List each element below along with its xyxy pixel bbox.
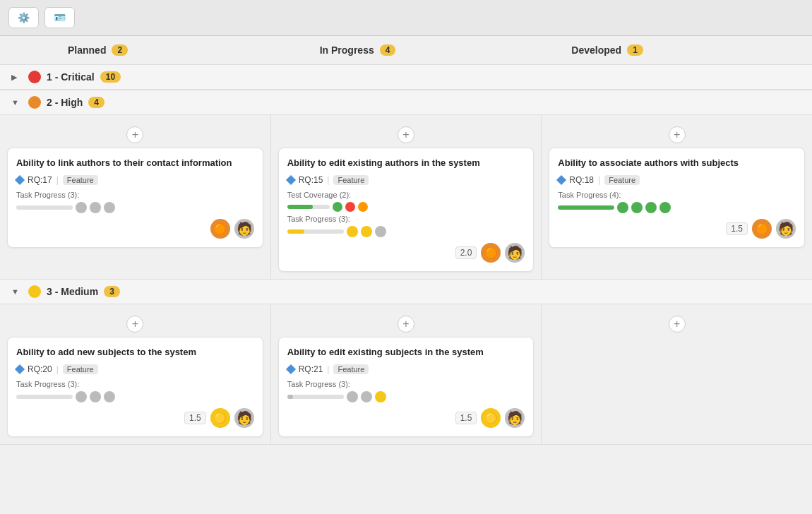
rq21-avatar-person: 🧑 [505, 408, 525, 428]
medium-developed-col: + [542, 304, 812, 444]
critical-toggle-icon: ▶ [11, 73, 23, 82]
diamond-icon-rq18 [556, 175, 566, 185]
rq21-dot3 [375, 391, 386, 402]
gear-icon: ⚙️ [18, 12, 30, 23]
card-rq21: Ability to edit existing subjects in the… [278, 337, 535, 437]
rq17-id: RQ:17 [28, 175, 52, 185]
card-rq17-title: Ability to link authors to their contact… [16, 157, 254, 169]
add-card-medium-planned[interactable]: + [7, 311, 263, 337]
rq21-dot2 [361, 391, 372, 402]
card-rq21-title: Ability to edit existing subjects in the… [287, 346, 525, 359]
high-columns: + Ability to link authors to their conta… [0, 115, 812, 279]
col-header-in-progress: In Progress 4 [309, 36, 561, 64]
card-rq17-meta: RQ:17 | Feature [16, 175, 254, 185]
rq20-dot3 [104, 391, 115, 402]
card-rq15-title: Ability to edit existing authors in the … [287, 157, 525, 169]
rq15-progress-row [287, 226, 525, 237]
rq20-dot1 [76, 391, 87, 402]
rq18-type: Feature [604, 175, 640, 185]
settings-button[interactable]: ⚙️ [8, 7, 39, 28]
rq20-score: 1.5 [184, 412, 206, 424]
rq17-dot1 [76, 202, 87, 213]
rq18-progress-row [558, 202, 796, 213]
board: ▶ 1 - Critical 10 ▼ 2 - High 4 + Ability… [0, 65, 812, 445]
rq15-score: 2.0 [455, 246, 477, 259]
rq21-type: Feature [333, 364, 369, 374]
rq18-avatar-orange: 🟠 [752, 219, 772, 239]
rq15-avatar-person: 🧑 [505, 243, 525, 263]
high-count: 4 [88, 97, 105, 108]
rq18-dot1 [617, 202, 628, 213]
rq17-footer: 🟠 🧑 [16, 219, 254, 239]
card-rq20-title: Ability to add new subjects to the syste… [16, 346, 254, 359]
rq15-dot1 [347, 226, 358, 237]
card-rq17: Ability to link authors to their contact… [7, 148, 263, 248]
high-label: 2 - High [47, 97, 83, 108]
rq18-score: 1.5 [726, 222, 748, 235]
rq20-footer: 1.5 🟡 🧑 [16, 408, 254, 428]
card-rq20-meta: RQ:20 | Feature [16, 364, 254, 374]
add-card-high-developed[interactable]: + [549, 122, 805, 148]
diamond-icon-rq17 [15, 175, 25, 185]
rq15-type: Feature [333, 175, 369, 185]
rq21-progress-row [287, 391, 525, 402]
separator-rq17: | [56, 175, 59, 185]
rq18-dot4 [659, 202, 671, 213]
rq17-task-label: Task Progress (3): [16, 191, 254, 199]
medium-dot [28, 285, 41, 298]
critical-dot [28, 71, 41, 83]
medium-count: 3 [104, 286, 120, 297]
priority-group-critical: ▶ 1 - Critical 10 [0, 65, 812, 90]
rq18-footer: 1.5 🟠 🧑 [558, 219, 796, 239]
rq18-dot2 [631, 202, 643, 213]
rq15-cov-dot2 [345, 202, 355, 212]
rq21-score: 1.5 [455, 412, 477, 424]
card-rq20: Ability to add new subjects to the syste… [7, 337, 263, 437]
critical-count: 10 [100, 71, 121, 83]
medium-label: 3 - Medium [47, 286, 98, 297]
card-rq18-title: Ability to associate authors with subjec… [558, 157, 796, 169]
separator-rq15: | [327, 175, 329, 185]
rq17-dot2 [90, 202, 101, 213]
add-card-medium-inprogress[interactable]: + [278, 311, 535, 337]
high-toggle-icon: ▼ [11, 98, 23, 107]
medium-inprogress-col: + Ability to edit existing subjects in t… [271, 304, 542, 444]
col-header-developed: Developed 1 [560, 36, 812, 64]
rq17-avatar-orange: 🟠 [210, 219, 230, 239]
add-card-high-planned[interactable]: + [7, 122, 263, 148]
developed-label: Developed [571, 44, 621, 56]
card-icon: 🪪 [54, 12, 66, 23]
in-progress-label: In Progress [320, 44, 374, 56]
rq15-cov-dot1 [333, 202, 342, 212]
rq20-type: Feature [63, 364, 98, 374]
rq17-dot3 [104, 202, 115, 213]
rq15-footer: 2.0 🟠 🧑 [287, 243, 525, 263]
medium-toggle-icon: ▼ [11, 287, 23, 296]
priority-header-high[interactable]: ▼ 2 - High 4 [0, 90, 812, 115]
critical-label: 1 - Critical [47, 71, 95, 83]
rq21-footer: 1.5 🟡 🧑 [287, 408, 525, 428]
priority-header-medium[interactable]: ▼ 3 - Medium 3 [0, 280, 812, 304]
add-card-high-inprogress[interactable]: + [278, 122, 535, 148]
rq15-coverage-label: Test Coverage (2): [287, 191, 525, 199]
medium-planned-col: + Ability to add new subjects to the sys… [0, 304, 271, 444]
rq21-id: RQ:21 [299, 364, 323, 374]
col-header-planned: Planned 2 [56, 36, 309, 64]
rq20-avatar-yellow: 🟡 [210, 408, 230, 428]
rq15-cov-dot3 [358, 202, 368, 212]
rq21-avatar-yellow: 🟡 [481, 408, 501, 428]
add-card-medium-developed[interactable]: + [549, 311, 805, 337]
medium-columns: + Ability to add new subjects to the sys… [0, 304, 812, 444]
priority-group-high: ▼ 2 - High 4 + Ability to link authors t… [0, 90, 812, 280]
high-planned-col: + Ability to link authors to their conta… [0, 115, 271, 279]
rq17-progress-row [16, 202, 254, 213]
rq18-dot3 [645, 202, 657, 213]
rq15-dot3 [375, 226, 386, 237]
priority-header-critical[interactable]: ▶ 1 - Critical 10 [0, 65, 812, 90]
planned-count: 2 [112, 44, 128, 56]
high-inprogress-col: + Ability to edit existing authors in th… [271, 115, 542, 279]
rq15-avatar-orange: 🟠 [481, 243, 501, 263]
rq18-avatar-person: 🧑 [776, 219, 796, 239]
rq20-task-label: Task Progress (3): [16, 380, 254, 388]
card-view-button[interactable]: 🪪 [44, 7, 75, 28]
